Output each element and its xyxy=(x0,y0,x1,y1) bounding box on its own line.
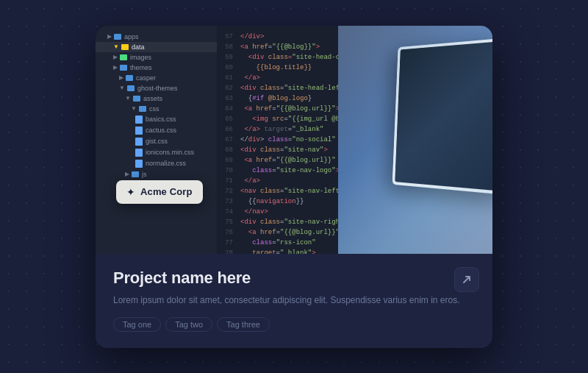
tag-one: Tag one xyxy=(113,317,161,332)
monitor-shape xyxy=(392,38,492,195)
acme-star-icon: ✦ xyxy=(126,186,135,198)
code-area: ▶apps ▼data ▶images ▶themes ▶casper ▼gho… xyxy=(96,26,492,254)
acme-company-name: Acme Corp xyxy=(140,186,193,197)
project-card: ▶apps ▼data ▶images ▶themes ▶casper ▼gho… xyxy=(96,26,492,348)
project-title: Project name here xyxy=(113,269,475,288)
external-link-button[interactable] xyxy=(454,267,479,292)
tag-three: Tag three xyxy=(217,317,270,332)
line-numbers: 5758596061626364656667686970717273747576… xyxy=(217,26,237,254)
card-image: ▶apps ▼data ▶images ▶themes ▶casper ▼gho… xyxy=(96,26,492,254)
code-panel: 5758596061626364656667686970717273747576… xyxy=(217,26,338,254)
card-body: Project name here Lorem ipsum dolor sit … xyxy=(96,254,492,348)
acme-badge: ✦ Acme Corp xyxy=(116,180,203,204)
code-content: </div> <a href="{{@blog}}"> <div class="… xyxy=(237,26,338,254)
external-link-icon xyxy=(462,274,472,285)
file-tree: ▶apps ▼data ▶images ▶themes ▶casper ▼gho… xyxy=(96,26,217,254)
project-description: Lorem ipsum dolor sit amet, consectetur … xyxy=(113,294,475,307)
tag-list: Tag one Tag two Tag three xyxy=(113,317,475,332)
tag-two: Tag two xyxy=(165,317,212,332)
photo-panel xyxy=(338,26,492,254)
